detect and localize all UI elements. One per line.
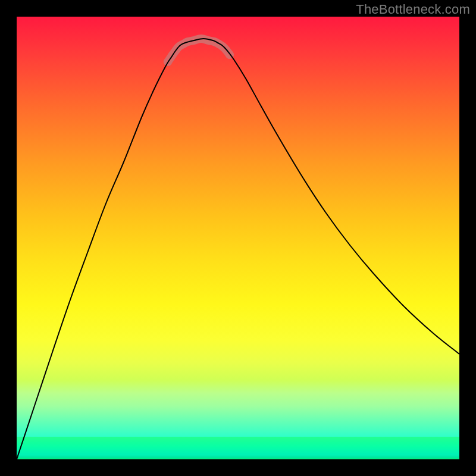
outer-frame: TheBottleneck.com xyxy=(0,0,476,476)
plot-area xyxy=(17,17,459,459)
main-curve xyxy=(17,39,459,459)
chart-svg xyxy=(17,17,459,459)
watermark-text: TheBottleneck.com xyxy=(356,2,470,17)
